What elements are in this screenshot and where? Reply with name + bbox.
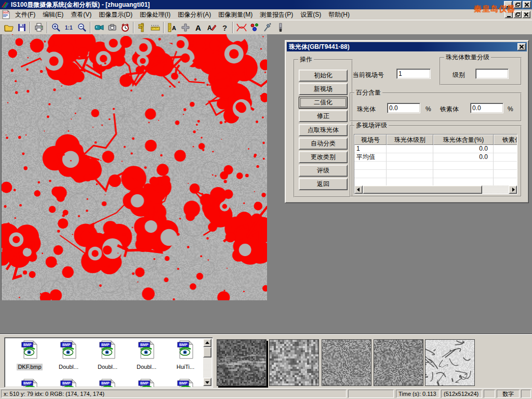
caliper-button[interactable] [136,21,149,34]
menu-item-image-display[interactable]: 图像显示(D) [95,10,136,20]
save-button[interactable] [15,21,28,34]
bmp-badge: BMP [101,343,110,347]
print-button[interactable] [32,21,45,34]
file-item[interactable]: BMP Doubl... [129,340,164,371]
thumbnail-4[interactable] [374,339,423,386]
file-item[interactable]: BMP [129,378,164,388]
file-item[interactable]: BMP DKF.bmp [12,340,47,371]
menu-item-help[interactable]: 帮助(H) [325,10,353,20]
grade-input[interactable] [475,69,509,79]
caliper-icon [137,22,148,33]
svg-text:BMP: BMP [140,381,149,385]
help-button[interactable]: ? [218,21,231,34]
menu-item-view[interactable]: 查看(V) [67,10,95,20]
file-item[interactable]: BMP [12,378,47,388]
new-field-button[interactable]: 新视场 [299,83,348,95]
curve-tool-button[interactable] [235,21,248,34]
thumbnail-5[interactable] [425,339,475,386]
text-tool-button[interactable]: A [192,21,205,34]
brush-button[interactable] [274,21,287,34]
thumbnail-1[interactable] [217,339,267,386]
timer-button[interactable] [118,21,131,34]
binarize-button[interactable]: 二值化 [299,97,348,109]
rate-button[interactable]: 评级 [299,165,348,177]
return-button[interactable]: 返回 [299,178,348,190]
document-icon[interactable]: DOC [1,10,10,19]
col-header-ferrite[interactable]: 铁素体 [494,135,517,145]
file-item[interactable]: BMP [168,378,203,388]
video-capture-button[interactable] [92,21,105,34]
svg-text:A: A [172,25,176,31]
file-item[interactable]: BMP [51,378,86,388]
application-window: IS100显微摄像系统(金相分析版) - [zhuguangti01] DOC … [0,0,532,399]
hscroll-thumb[interactable] [363,185,482,194]
file-name[interactable]: Doubl... [97,364,118,370]
dialog-close-button[interactable] [517,43,526,50]
table-row[interactable] [354,170,517,178]
zoom-in-button[interactable] [49,21,62,34]
table-row[interactable]: 平均值 0.0 [354,153,517,162]
snapshot-button[interactable] [105,21,118,34]
initialize-button[interactable]: 初始化 [299,70,348,82]
open-folder-icon [4,22,14,33]
particle-tool-button[interactable] [248,21,261,34]
scroll-down-button[interactable] [203,378,211,386]
col-header-field[interactable]: 视场号 [354,135,387,145]
file-list[interactable]: BMP DKF.bmp BMP Doubl... BMP Doubl... BM… [4,337,213,388]
file-name[interactable]: DKF.bmp [17,364,42,370]
thumbnail-3[interactable] [322,339,371,386]
file-name[interactable]: Doubl... [136,364,157,370]
menu-item-image-process[interactable]: 图像处理(I) [136,10,174,20]
file-list-scrollbar[interactable] [203,339,211,386]
menu-item-report[interactable]: 测量报告(P) [256,10,297,20]
pipette-button[interactable] [261,21,274,34]
vscroll-thumb[interactable] [203,347,211,357]
file-item[interactable]: BMP HuiTi... [168,340,203,371]
table-row[interactable]: 1 0.0 [354,145,517,153]
zoom-out-button[interactable] [75,21,88,34]
table-hscrollbar[interactable] [354,185,517,194]
pearlite-percent-input[interactable] [387,103,420,113]
col-header-content[interactable]: 珠光体含量(%) [433,135,494,145]
menu-item-edit[interactable]: 编辑(E) [39,10,67,20]
file-item[interactable]: BMP Doubl... [51,340,86,371]
mdi-close-button[interactable] [522,11,530,18]
file-item[interactable]: BMP [90,378,125,388]
metallographic-image[interactable] [1,34,267,300]
open-button[interactable] [2,21,15,34]
close-button[interactable] [523,1,531,8]
file-name[interactable]: HuiTi... [176,364,195,370]
scroll-up-button[interactable] [203,339,211,347]
col-header-grade[interactable]: 珠光体级别 [387,135,433,145]
scroll-right-button[interactable] [509,185,517,194]
menu-item-file[interactable]: 文件(F) [11,10,39,20]
minimize-button[interactable] [504,1,512,8]
table-row[interactable] [354,162,517,170]
bmp-badge: BMP [62,343,71,347]
pick-pearlite-button[interactable]: 点取珠光体 [299,124,348,136]
dialog-title-bar[interactable]: 珠光体(GB/T9441-88) [287,42,527,51]
ferrite-percent-input[interactable] [470,103,503,113]
ruler-button[interactable] [149,21,162,34]
mdi-minimize-button[interactable] [504,11,513,18]
scroll-left-button[interactable] [354,185,363,194]
restore-button[interactable] [513,1,522,8]
menu-item-image-measure[interactable]: 图像测量(M) [215,10,256,20]
file-name[interactable]: Doubl... [58,364,79,370]
thumbnail-2[interactable] [269,339,319,386]
multi-field-group-label: 多视场评级 [354,122,389,129]
cell: 平均值 [354,153,387,162]
menu-item-settings[interactable]: 设置(S) [297,10,325,20]
menu-item-image-analysis[interactable]: 图像分析(A) [174,10,215,20]
marker-button[interactable] [179,21,192,34]
auto-classify-button[interactable]: 自动分类 [299,138,348,150]
actual-size-button[interactable]: 1:1 [62,21,75,34]
annotate-button[interactable]: A [205,21,218,34]
measure-text-button[interactable]: A [166,21,179,34]
file-item[interactable]: BMP Doubl... [90,340,125,371]
change-class-button[interactable]: 更改类别 [299,151,348,163]
svg-text:BMP: BMP [101,381,110,385]
current-view-input[interactable] [396,69,431,79]
correct-button[interactable]: 修正 [299,110,348,122]
mdi-restore-button[interactable] [513,11,522,18]
